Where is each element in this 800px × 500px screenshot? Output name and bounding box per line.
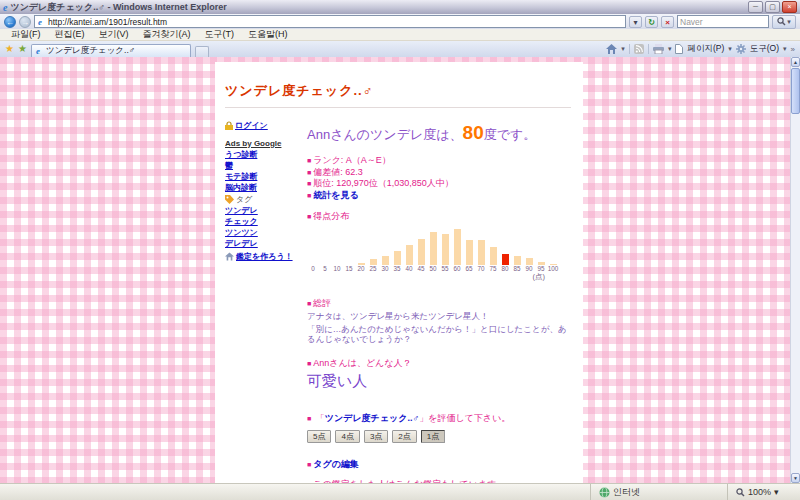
chart-bar xyxy=(514,256,521,265)
result-heading: Annさんのツンデレ度は、80度です。 xyxy=(307,122,571,144)
feeds-icon[interactable] xyxy=(634,44,644,54)
tag-edit-link[interactable]: タグの編集 xyxy=(313,459,359,469)
login-link[interactable]: ログイン xyxy=(235,121,268,131)
maximize-button[interactable]: ▢ xyxy=(765,1,780,13)
rating-section: 「ツンデレ度チェック..♂」を評価して下さい。 5点4点3点2点1点 xyxy=(307,413,571,443)
chart-x-tick: 60 xyxy=(452,265,463,272)
chart-bar xyxy=(430,232,437,265)
menu-item[interactable]: 편집(E) xyxy=(48,28,92,41)
tools-dropdown-icon[interactable]: ▾ xyxy=(783,45,787,53)
rating-button[interactable]: 3点 xyxy=(364,430,388,443)
commandbar-overflow-chevron[interactable]: » xyxy=(791,45,795,54)
chart-x-tick: 55 xyxy=(440,265,451,272)
scrollbar-thumb[interactable] xyxy=(791,68,800,114)
sidebar-tag-link[interactable]: ツンデレ xyxy=(225,206,301,216)
chart-bar xyxy=(382,256,389,265)
page-menu-button[interactable]: 페이지(P) xyxy=(687,43,724,55)
sidebar-ad-link[interactable]: 脳内診断 xyxy=(225,183,301,193)
menu-item[interactable]: 도구(T) xyxy=(198,28,242,41)
page-favicon-icon: e xyxy=(38,17,42,27)
zoom-control[interactable]: 100% ▾ xyxy=(727,484,800,500)
forward-button[interactable]: → xyxy=(19,16,31,28)
deviation-line: 偏差値: 62.3 xyxy=(307,167,571,179)
sidebar-tag-link[interactable]: ツンツン xyxy=(225,228,301,238)
rating-button[interactable]: 5点 xyxy=(307,430,331,443)
browser-window: e ツンデレ度チェック..♂ - Windows Internet Explor… xyxy=(0,0,800,500)
review-label: 総評 xyxy=(307,298,571,310)
rating-quiz-link[interactable]: ツンデレ度チェック..♂ xyxy=(325,413,419,423)
chart-x-tick: 0 xyxy=(308,265,319,272)
menu-item[interactable]: 도움말(H) xyxy=(241,28,295,41)
refresh-icon[interactable]: ↻ xyxy=(645,16,658,28)
print-dropdown-icon[interactable]: ▾ xyxy=(668,45,672,53)
home-icon[interactable] xyxy=(606,44,617,54)
tools-menu-button[interactable]: 도구(O) xyxy=(750,43,779,55)
ranking-line: 順位: 120,970位（1,030,850人中） xyxy=(307,178,571,190)
sidebar-ad-link[interactable]: うつ診断 xyxy=(225,150,301,160)
back-button[interactable]: ← xyxy=(4,16,16,28)
tags-label: タグ xyxy=(236,195,252,205)
rating-button[interactable]: 2点 xyxy=(392,430,416,443)
tab-favicon-icon: e xyxy=(36,46,40,56)
menu-item[interactable]: 즐겨찾기(A) xyxy=(136,28,198,41)
gear-icon xyxy=(736,44,746,54)
print-icon[interactable] xyxy=(653,44,664,54)
add-favorite-icon[interactable]: ★ xyxy=(18,42,27,56)
home-dropdown-icon[interactable]: ▾ xyxy=(621,45,625,53)
result-score: 80 xyxy=(463,122,484,143)
chart-x-tick: 75 xyxy=(488,265,499,272)
scroll-up-icon[interactable]: ▲ xyxy=(791,57,800,67)
chart-bar-slot: 35 xyxy=(391,228,403,272)
chart-x-tick: 100 xyxy=(548,265,559,272)
view-stats-link[interactable]: 統計を見る xyxy=(313,190,358,200)
search-button[interactable]: ▾ xyxy=(772,15,796,29)
navigation-bar: ← → e http://kantei.am/1901/result.htm ▾… xyxy=(0,14,800,29)
search-input[interactable] xyxy=(677,15,769,28)
favorites-star-icon[interactable]: ★ xyxy=(5,42,14,56)
chart-x-tick: 85 xyxy=(512,265,523,272)
minimize-button[interactable]: ─ xyxy=(748,1,763,13)
new-tab-button[interactable] xyxy=(195,46,209,57)
rating-button[interactable]: 4点 xyxy=(335,430,359,443)
chart-bar xyxy=(466,240,473,265)
rating-button[interactable]: 1点 xyxy=(421,430,445,443)
chart-x-tick: 95 xyxy=(536,265,547,272)
ads-by-google-label[interactable]: Ads by Google xyxy=(225,139,301,149)
window-title: ツンデレ度チェック..♂ - Windows Internet Explorer xyxy=(10,1,226,14)
sidebar-ad-link[interactable]: モテ診断 xyxy=(225,172,301,182)
vertical-scrollbar[interactable]: ▲ ▼ xyxy=(790,57,800,483)
chart-bar-slot: 95 xyxy=(535,228,547,272)
chart-bar xyxy=(454,229,461,265)
tab-title: ツンデレ度チェック..♂ xyxy=(46,45,135,57)
stop-icon[interactable]: × xyxy=(661,16,674,28)
menu-item[interactable]: 보기(V) xyxy=(92,28,136,41)
result-heading-suffix: 度です。 xyxy=(484,127,537,142)
tag-links: ツンデレチェックツンツンデレデレ xyxy=(225,206,301,249)
sidebar-ad-link[interactable]: 鬱 xyxy=(225,161,301,171)
score-distribution-chart: 0510152025303540455055606570758085909510… xyxy=(307,228,571,272)
chart-x-tick: 10 xyxy=(332,265,343,272)
page-dropdown-icon[interactable]: ▾ xyxy=(728,45,732,53)
page-content: ツンデレ度チェック..♂ ログイン Ads by Google うつ診断鬱モテ診… xyxy=(215,62,583,483)
chart-x-tick: 25 xyxy=(368,265,379,272)
ie-logo-icon: e xyxy=(3,2,7,13)
chart-x-unit: (点) xyxy=(307,272,559,282)
address-bar[interactable]: e http://kantei.am/1901/result.htm xyxy=(34,15,626,28)
chart-bar xyxy=(526,258,533,265)
sidebar: ログイン Ads by Google うつ診断鬱モテ診断脳内診断 タグ ツンデレ… xyxy=(225,117,301,483)
tab-tsundere-check[interactable]: e ツンデレ度チェック..♂ xyxy=(31,44,191,57)
sidebar-tag-link[interactable]: デレデレ xyxy=(225,239,301,249)
rating-buttons: 5点4点3点2点1点 xyxy=(307,430,571,443)
sidebar-tag-link[interactable]: チェック xyxy=(225,217,301,227)
person-answer: 可愛い人 xyxy=(307,372,571,391)
zoom-dropdown-icon[interactable]: ▾ xyxy=(774,487,779,497)
menu-item[interactable]: 파일(F) xyxy=(4,28,48,41)
scroll-down-icon[interactable]: ▼ xyxy=(791,473,800,483)
close-button[interactable]: × xyxy=(782,1,797,13)
magnifier-icon xyxy=(777,17,786,26)
chart-bar-slot: 90 xyxy=(523,228,535,272)
chart-x-tick: 30 xyxy=(380,265,391,272)
address-dropdown-button[interactable]: ▾ xyxy=(629,16,642,28)
create-quiz-link[interactable]: 鑑定を作ろう！ xyxy=(236,252,293,262)
chart-bar-slot: 100 xyxy=(547,228,559,272)
